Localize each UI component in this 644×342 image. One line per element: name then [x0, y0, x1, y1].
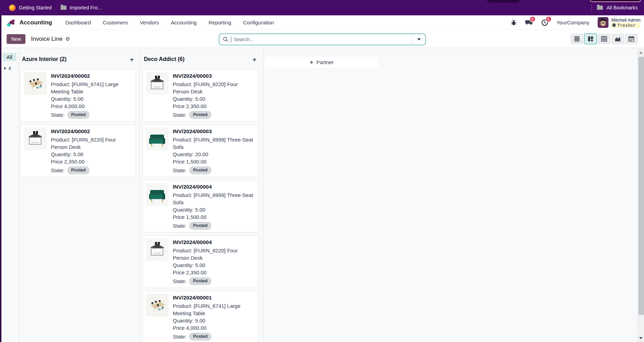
debug-button[interactable] — [511, 20, 517, 26]
search-dropdown-toggle[interactable] — [412, 34, 425, 45]
bookmark-getting-started[interactable]: Getting Started — [9, 5, 52, 11]
status-badge: Posted — [189, 222, 211, 230]
user-name: Mitchell Admin — [611, 17, 641, 23]
status-badge: Posted — [189, 277, 211, 285]
kanban-column-deco-addict: Deco Addict (6) + INV/2024/00003 Product… — [140, 48, 264, 342]
user-menu[interactable]: Mitchell Admin fresher — [598, 17, 641, 28]
expand-arrow-icon — [4, 67, 6, 70]
view-kanban-button[interactable] — [584, 33, 597, 44]
price-line: Price 2,350.00 — [173, 269, 255, 276]
browser-bookmarks-bar: Getting Started Imported Fro… All Bookma… — [0, 0, 644, 15]
view-graph-button[interactable] — [611, 33, 624, 44]
browser-chrome-artifact — [590, 0, 641, 2]
separator — [591, 4, 592, 11]
scrollbar-thumb[interactable] — [638, 57, 644, 315]
price-line: Price 2,350.00 — [51, 158, 132, 165]
menu-reporting[interactable]: Reporting — [209, 20, 231, 25]
view-list-button[interactable] — [571, 33, 583, 44]
scroll-up-arrow[interactable] — [639, 52, 643, 54]
product-line: Product: [FURN_6741] Large Meeting Table — [51, 81, 132, 95]
state-label: State: — [51, 167, 64, 174]
app-name: Accounting — [20, 19, 52, 26]
kanban-card[interactable]: INV/2024/00004 Product: [FURN_8999] Thre… — [142, 180, 258, 233]
pivot-view-icon — [601, 36, 607, 42]
kanban-card[interactable]: INV/2024/00002 Product: [FURN_8220] Four… — [21, 124, 136, 177]
invoice-line-title: INV/2024/00004 — [173, 184, 255, 190]
menu-vendors[interactable]: Vendors — [140, 20, 159, 25]
search-input[interactable] — [234, 37, 412, 42]
view-calendar-button[interactable] — [625, 33, 638, 44]
add-column-button[interactable]: + Partner — [265, 57, 378, 68]
bookmark-label: Getting Started — [19, 5, 52, 10]
folder-icon — [61, 6, 67, 10]
scroll-down-arrow[interactable] — [639, 337, 643, 339]
bookmark-label: Imported Fro… — [70, 5, 102, 10]
menu-configuration[interactable]: Configuration — [243, 20, 274, 25]
text-caret — [231, 37, 231, 43]
add-record-icon[interactable]: + — [130, 56, 134, 63]
invoice-line-title: INV/2024/00003 — [173, 128, 255, 135]
database-chip: fresher — [611, 23, 641, 28]
bookmark-imported-folder[interactable]: Imported Fro… — [61, 5, 102, 10]
product-line: Product: [FURN_8999] Three-Seat Sofa — [173, 191, 255, 206]
add-column-label: Partner — [316, 59, 333, 65]
product-line: Product: [FURN_8220] Four Person Desk — [173, 247, 255, 261]
kanban-card[interactable]: INV/2024/00002 Product: [FURN_6741] Larg… — [21, 69, 136, 122]
product-image-four-person-desk — [24, 128, 47, 150]
view-switcher — [571, 33, 638, 44]
folder-icon — [597, 6, 603, 10]
sidebar-filter-all[interactable]: All — [2, 53, 16, 61]
all-bookmarks-button[interactable]: All Bookmarks — [591, 4, 638, 11]
invoice-line-title: INV/2024/00004 — [173, 239, 255, 245]
sidebar-group-toggle[interactable]: 4 — [4, 66, 19, 71]
list-view-icon — [574, 36, 580, 42]
menu-dashboard[interactable]: Dashboard — [65, 20, 91, 25]
accounting-app-icon — [6, 18, 16, 27]
search-icon — [223, 37, 228, 42]
graph-view-icon — [615, 36, 621, 42]
activities-button[interactable]: 5 — [541, 19, 548, 26]
company-selector[interactable]: YourCompany — [557, 20, 590, 25]
kanban-card[interactable]: INV/2024/00004 Product: [FURN_8220] Four… — [142, 235, 258, 288]
state-label: State: — [173, 222, 186, 229]
kanban-column-azure-interior: Azure Interior (2) + INV/2024/00002 Prod… — [19, 48, 140, 342]
menu-customers[interactable]: Customers — [103, 20, 128, 25]
kanban-card[interactable]: INV/2024/00001 Product: [FURN_6741] Larg… — [142, 291, 258, 342]
browser-chrome-artifact — [487, 0, 520, 2]
new-button[interactable]: New — [7, 34, 25, 44]
database-name: fresher — [617, 23, 636, 28]
status-badge: Posted — [189, 111, 211, 119]
state-label: State: — [173, 167, 186, 174]
chevron-down-icon — [417, 38, 421, 40]
kanban-card[interactable]: INV/2024/00003 Product: [FURN_8999] Thre… — [142, 124, 258, 177]
product-image-three-seat-sofa — [146, 183, 169, 206]
price-line: Price 4,000.00 — [173, 324, 255, 332]
product-image-three-seat-sofa — [146, 128, 169, 150]
quantity-line: Quantity: 20.00 — [173, 151, 255, 158]
activities-count-badge: 5 — [545, 16, 552, 22]
invoice-line-title: INV/2024/00002 — [51, 128, 132, 135]
invoice-line-title: INV/2024/00001 — [173, 295, 255, 301]
messages-button[interactable]: 5 — [525, 19, 533, 26]
add-record-icon[interactable]: + — [253, 56, 256, 63]
plus-icon: + — [310, 59, 313, 66]
records-sidebar: All 4 — [0, 48, 19, 342]
messages-count-badge: 5 — [529, 16, 536, 22]
quantity-line: Quantity: 5.00 — [173, 261, 255, 269]
product-image-large-meeting-table — [24, 72, 47, 95]
view-pivot-button[interactable] — [598, 33, 611, 44]
status-badge: Posted — [67, 166, 90, 174]
product-image-large-meeting-table — [146, 294, 169, 317]
kanban-card[interactable]: INV/2024/00003 Product: [FURN_8220] Four… — [142, 69, 258, 122]
state-label: State: — [173, 333, 186, 340]
menu-accounting[interactable]: Accounting — [171, 20, 196, 25]
avatar — [598, 17, 608, 28]
column-title: Azure Interior (2) — [22, 56, 67, 62]
gear-icon[interactable]: ⚙ — [65, 36, 70, 42]
all-bookmarks-label: All Bookmarks — [607, 5, 638, 10]
product-line: Product: [FURN_8220] Four Person Desk — [173, 81, 255, 95]
kanban-view: All 4 Azure Interior (2) + INV/2024/0000… — [0, 48, 644, 342]
app-switcher[interactable]: Accounting — [6, 18, 52, 27]
state-label: State: — [51, 111, 64, 119]
vertical-scrollbar[interactable] — [637, 49, 644, 342]
